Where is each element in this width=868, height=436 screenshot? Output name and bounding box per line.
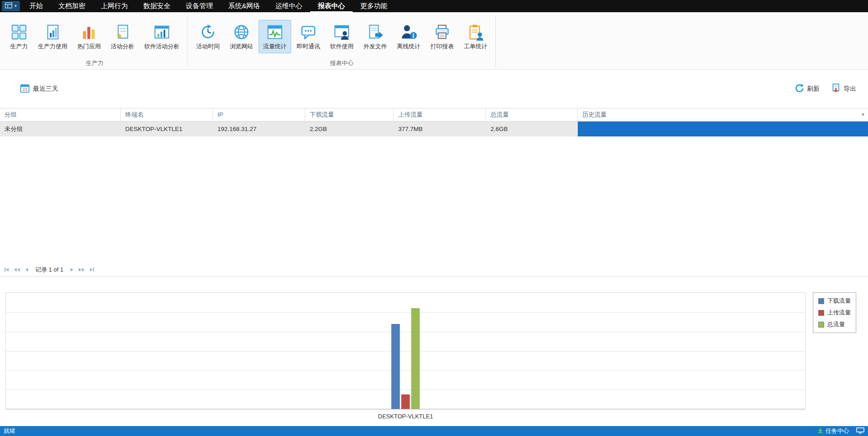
history-traffic-bar <box>578 122 868 136</box>
last-page-button[interactable] <box>89 267 95 272</box>
column-header-upload[interactable]: 上传流量 <box>394 108 486 121</box>
activity-time-button[interactable]: 活动时间 <box>192 20 224 53</box>
date-filter-label: 最近三天 <box>33 85 58 93</box>
table-row[interactable]: 未分组 DESKTOP-VLKTLE1 192.168.31.27 2.2GB … <box>0 122 868 136</box>
ribbon-button-label: 活动时间 <box>196 42 220 51</box>
productivity-usage-button[interactable]: 生产力使用 <box>33 20 72 53</box>
software-activity-analysis-button[interactable]: 软件活动分析 <box>140 20 184 53</box>
chart-plot-area <box>5 292 806 409</box>
chevron-down-icon: ▼ <box>14 5 18 8</box>
x-axis-category-label: DESKTOP-VLKTLE1 <box>5 413 806 420</box>
ribbon-group-report-center: 活动时间 浏览网站 流量统计 即时通讯 <box>189 12 495 69</box>
app-window-icon <box>5 2 13 10</box>
export-button[interactable]: 导出 <box>831 83 856 94</box>
column-header-history-label: 历史流量 <box>582 108 607 121</box>
print-report-button[interactable]: 打印报表 <box>426 20 458 53</box>
document-arrow-icon <box>366 23 384 41</box>
table-empty-area <box>0 136 868 263</box>
refresh-button[interactable]: 刷新 <box>795 84 820 94</box>
ribbon-group-productivity: 生产力 生产力使用 热门应用 活动分析 <box>3 12 187 69</box>
ribbon-button-label: 即时通讯 <box>297 42 320 51</box>
ribbon-button-label: 浏览网站 <box>230 42 253 51</box>
cell-ip: 192.168.31.27 <box>213 122 305 136</box>
content-toolbar: 23 最近三天 刷新 导出 <box>0 70 868 108</box>
next-group-button[interactable] <box>78 267 85 272</box>
download-traffic-bar <box>392 324 400 409</box>
hot-apps-button[interactable]: 热门应用 <box>73 20 105 53</box>
software-usage-button[interactable]: 软件使用 <box>326 20 358 53</box>
top-menu-bar: ▼ 开始 文档加密 上网行为 数据安全 设备管理 系统&网络 运维中心 报表中心… <box>0 0 868 12</box>
activity-analysis-button[interactable]: 活动分析 <box>106 20 139 53</box>
upload-traffic-bar <box>401 394 410 409</box>
document-star-icon <box>113 23 132 41</box>
cell-history <box>578 122 868 136</box>
column-header-history[interactable]: 历史流量 ▼ <box>578 108 868 121</box>
date-filter-button[interactable]: 23 最近三天 <box>20 83 58 94</box>
tab-device-management[interactable]: 设备管理 <box>178 0 221 12</box>
column-dropdown-icon[interactable]: ▼ <box>861 108 865 121</box>
browse-website-button[interactable]: 浏览网站 <box>225 20 258 53</box>
cell-upload: 377.7MB <box>394 122 486 136</box>
grid-squares-icon <box>10 23 28 41</box>
monitor-icon[interactable] <box>856 427 864 435</box>
bar-group <box>392 293 420 409</box>
outgoing-files-button[interactable]: 外发文件 <box>359 20 392 53</box>
ribbon-button-label: 生产力使用 <box>38 42 67 51</box>
productivity-button[interactable]: 生产力 <box>5 20 33 53</box>
svg-text:23: 23 <box>23 87 27 92</box>
refresh-label: 刷新 <box>807 85 820 93</box>
offline-stats-button[interactable]: 离线统计 <box>392 20 425 53</box>
printer-icon <box>433 23 451 41</box>
column-header-ip[interactable]: IP <box>213 108 305 121</box>
ribbon-button-label: 软件活动分析 <box>144 42 179 51</box>
task-center-button[interactable]: 任务中心 <box>817 427 849 435</box>
column-header-terminal[interactable]: 终端名 <box>121 108 213 121</box>
ribbon-button-label: 热门应用 <box>77 42 101 51</box>
window-user-icon <box>333 23 351 41</box>
tab-data-security[interactable]: 数据安全 <box>136 0 178 12</box>
work-order-stats-button[interactable]: 工单统计 <box>459 20 492 53</box>
tab-report-center[interactable]: 报表中心 <box>310 0 353 12</box>
cell-terminal: DESKTOP-VLKTLE1 <box>121 122 213 136</box>
next-page-button[interactable] <box>70 267 74 272</box>
ribbon-group-label: 生产力 <box>3 59 187 69</box>
column-header-total[interactable]: 总流量 <box>486 108 578 121</box>
window-chart-icon <box>153 23 171 41</box>
ribbon-button-label: 软件使用 <box>330 42 354 51</box>
export-icon <box>831 83 840 94</box>
column-header-download[interactable]: 下载流量 <box>305 108 394 121</box>
column-header-group[interactable]: 分组 <box>0 108 121 121</box>
tab-home[interactable]: 开始 <box>22 0 51 12</box>
tab-operations-center[interactable]: 运维中心 <box>268 0 310 12</box>
cell-download: 2.2GB <box>305 122 394 136</box>
instant-messaging-button[interactable]: 即时通讯 <box>292 20 325 53</box>
tab-document-encryption[interactable]: 文档加密 <box>51 0 93 12</box>
first-page-button[interactable] <box>4 267 9 272</box>
status-ready-label: 就绪 <box>4 427 15 435</box>
download-arrow-icon <box>817 427 823 435</box>
traffic-stats-button[interactable]: 流量统计 <box>259 20 291 53</box>
total-traffic-bar <box>411 308 420 409</box>
colored-bars-icon <box>80 23 98 41</box>
clock-refresh-icon <box>199 23 217 41</box>
legend-item-upload: 上传流量 <box>818 309 851 317</box>
ribbon-group-label: 报表中心 <box>189 59 495 69</box>
tab-internet-behavior[interactable]: 上网行为 <box>93 0 136 12</box>
pagination-bar: 记录 1 of 1 <box>0 263 868 277</box>
ribbon-button-label: 打印报表 <box>430 42 454 51</box>
globe-icon <box>232 23 250 41</box>
prev-group-button[interactable] <box>13 267 21 272</box>
ribbon-group-separator <box>188 16 188 66</box>
ribbon-button-label: 活动分析 <box>111 42 134 51</box>
app-menu-button[interactable]: ▼ <box>2 1 20 11</box>
export-label: 导出 <box>844 85 856 93</box>
document-bars-icon <box>44 23 62 41</box>
legend-item-download: 下载流量 <box>818 297 851 305</box>
legend-swatch-total <box>818 322 824 328</box>
legend-label-upload: 上传流量 <box>827 309 851 317</box>
ribbon-button-label: 生产力 <box>10 42 28 51</box>
prev-page-button[interactable] <box>24 267 29 272</box>
tab-more-features[interactable]: 更多功能 <box>353 0 395 12</box>
traffic-bar-chart: DESKTOP-VLKTLE1 下载流量 上传流量 总流量 <box>0 277 868 426</box>
tab-system-network[interactable]: 系统&网络 <box>221 0 268 12</box>
